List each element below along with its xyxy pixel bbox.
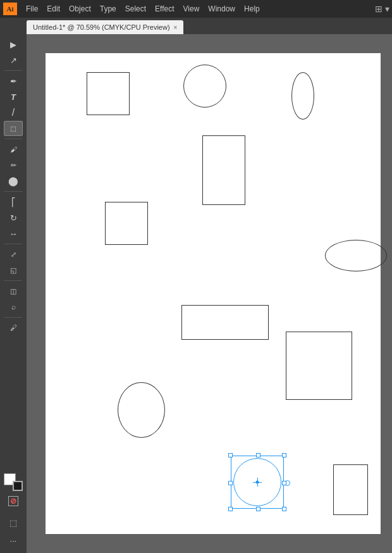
ai-logo-box: Ai	[3, 3, 17, 15]
menu-effect[interactable]: Effect	[150, 3, 178, 15]
pen-tool[interactable]: ✒	[4, 73, 23, 89]
shape-circle3-container[interactable]	[233, 458, 281, 506]
artboard-navigation[interactable]: ⬚	[4, 515, 23, 530]
tool-separator-5	[4, 280, 22, 281]
pencil-tool[interactable]: ✏	[4, 158, 23, 173]
stroke-swatch[interactable]	[13, 481, 23, 491]
canvas-area[interactable]	[27, 34, 392, 553]
rectangle-tool[interactable]: □	[4, 121, 23, 136]
app-logo: Ai	[3, 1, 18, 16]
handle-mr[interactable]	[282, 481, 286, 485]
tool-separator-1	[4, 70, 22, 71]
main-area: ▶ ↗ ✒ T / □ 🖌 ✏ ⬤ ⎡ ↻ ↔ ⤢ ◱ ◫ ⌕ 🖋	[0, 34, 392, 553]
rotate-tool[interactable]: ↻	[4, 210, 23, 225]
menu-object[interactable]: Object	[64, 3, 95, 15]
shape-rect2[interactable]	[202, 135, 245, 205]
menu-edit[interactable]: Edit	[42, 3, 64, 15]
line-tool[interactable]: /	[4, 105, 23, 120]
color-area: ⊘ ⬚ ···	[4, 473, 23, 553]
handle-br[interactable]	[282, 507, 286, 511]
shape-rect3[interactable]	[105, 202, 148, 245]
free-transform-tool[interactable]: ◱	[4, 263, 23, 278]
zoom-tool[interactable]: ⌕	[4, 299, 23, 314]
handle-tc[interactable]	[256, 453, 260, 457]
tabbar: Untitled-1* @ 70.59% (CMYK/CPU Preview) …	[0, 18, 392, 34]
tool-separator-3	[4, 191, 22, 192]
menu-view[interactable]: View	[179, 3, 204, 15]
shape-rect6[interactable]	[333, 464, 368, 515]
shape-circle2[interactable]	[118, 382, 165, 438]
shape-rect4[interactable]	[181, 305, 269, 340]
menu-help[interactable]: Help	[240, 3, 264, 15]
menu-select[interactable]: Select	[121, 3, 150, 15]
shape-circle1[interactable]	[183, 65, 226, 108]
none-swatch[interactable]: ⊘	[8, 496, 18, 506]
menu-window[interactable]: Window	[204, 3, 240, 15]
shape-rect5[interactable]	[286, 332, 352, 400]
tab-title: Untitled-1* @ 70.59% (CMYK/CPU Preview)	[33, 23, 170, 31]
gradient-tool[interactable]: ◫	[4, 283, 23, 299]
type-tool[interactable]: T	[4, 89, 23, 104]
menubar: Ai File Edit Object Type Select Effect V…	[0, 0, 392, 18]
handle-bl[interactable]	[228, 507, 233, 511]
document-tab[interactable]: Untitled-1* @ 70.59% (CMYK/CPU Preview) …	[27, 20, 183, 34]
blob-brush-tool[interactable]: ⬤	[4, 173, 23, 189]
eyedropper-tool[interactable]: 🖋	[4, 320, 23, 335]
window-controls: ⊞ ▾	[375, 4, 389, 14]
mirror-tool[interactable]: ↔	[4, 226, 23, 241]
artboard	[46, 53, 381, 534]
tab-close-button[interactable]: ×	[174, 24, 178, 31]
shape-rect1[interactable]	[87, 72, 130, 115]
selection-tool[interactable]: ▶	[4, 37, 23, 52]
none-swap-row: ⊘	[8, 496, 18, 506]
workspace-switcher-icon[interactable]: ⊞ ▾	[375, 4, 389, 14]
handle-tr[interactable]	[282, 453, 286, 457]
paintbrush-tool[interactable]: 🖌	[4, 142, 23, 157]
shape-ellipse1[interactable]	[291, 72, 314, 120]
eraser-tool[interactable]: ⎡	[4, 194, 23, 209]
direct-selection-tool[interactable]: ↗	[4, 53, 23, 68]
tool-separator-6	[4, 317, 22, 318]
tool-separator-4	[4, 244, 22, 244]
menu-type[interactable]: Type	[95, 3, 121, 15]
handle-bc[interactable]	[256, 507, 260, 511]
handle-tl[interactable]	[228, 453, 233, 457]
toolbar: ▶ ↗ ✒ T / □ 🖌 ✏ ⬤ ⎡ ↻ ↔ ⤢ ◱ ◫ ⌕ 🖋	[0, 34, 27, 553]
handle-ml[interactable]	[228, 481, 233, 485]
center-cross-h	[253, 482, 262, 483]
menu-file[interactable]: File	[21, 3, 42, 15]
tool-separator-2	[4, 139, 22, 139]
more-tools[interactable]: ···	[4, 533, 23, 548]
scale-tool[interactable]: ⤢	[4, 247, 23, 262]
fill-stroke-swatches[interactable]	[4, 473, 23, 491]
shape-ellipse2[interactable]	[325, 240, 387, 271]
none-icon: ⊘	[10, 497, 16, 506]
